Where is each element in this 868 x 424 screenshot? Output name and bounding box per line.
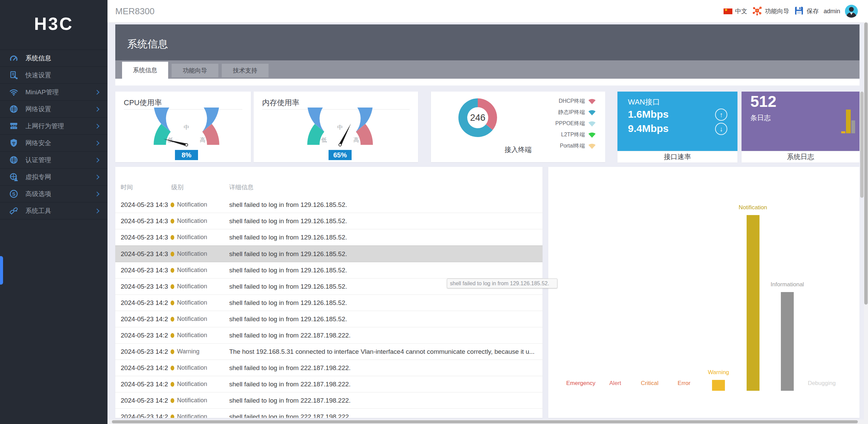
vertical-scrollbar-thumb[interactable]	[864, 22, 868, 305]
sidebar-item-label: 认证管理	[25, 152, 51, 168]
horizontal-scrollbar-thumb[interactable]	[112, 420, 858, 423]
log-level: Notification	[177, 197, 207, 213]
log-time: 2024-05-23 14:2	[121, 295, 170, 311]
system-log-card[interactable]: 512 条日志 系统日志	[742, 92, 860, 162]
log-level: Notification	[177, 360, 207, 376]
memory-usage-card: 内存使用率 低中高 65%	[254, 92, 418, 162]
dashboard-icon	[9, 54, 18, 63]
level-dot-icon	[171, 301, 174, 305]
level-dot-icon	[171, 398, 174, 403]
log-level: Notification	[177, 311, 207, 327]
sidebar-item-network-security[interactable]: 网络安全	[0, 135, 107, 152]
spark-bar	[846, 110, 851, 133]
inner-scrollbar-thumb[interactable]	[860, 92, 864, 198]
wan-caption: 接口速率	[617, 151, 737, 162]
level-dot-icon	[171, 203, 174, 207]
log-count-value: 512	[750, 92, 776, 111]
sidebar-item-auth[interactable]: 认证管理	[0, 152, 107, 169]
log-time: 2024-05-23 14:2	[121, 409, 170, 418]
log-level: Notification	[177, 278, 207, 294]
legend-item[interactable]: DHCP终端	[555, 96, 596, 107]
tab-wizard[interactable]: 功能向导	[172, 64, 218, 77]
sidebar-item-system-tools[interactable]: 系统工具	[0, 203, 107, 219]
sidebar-item-label: 上网行为管理	[25, 118, 64, 134]
log-table-row[interactable]: 2024-05-23 14:2Notificationshell failed …	[115, 376, 542, 392]
log-table-body: 2024-05-23 14:3Notificationshell failed …	[115, 197, 542, 418]
sidebar-item-label: 高级选项	[25, 186, 51, 202]
legend-item[interactable]: L2TP终端	[555, 129, 596, 140]
sidebar-item-vpn[interactable]: 虚拟专网	[0, 169, 107, 186]
topbar: MER8300 ★ 中文 功能向导	[107, 0, 868, 23]
wan-rate-panel: WAN接口 1.6Mbps 9.4Mbps ↑ ↓	[617, 92, 737, 151]
log-level: Notification	[177, 327, 207, 343]
log-message: shell failed to log in from 129.126.185.…	[229, 246, 538, 262]
wan-upload-rate: 1.6Mbps	[628, 109, 669, 120]
log-table-row[interactable]: 2024-05-23 14:3Notificationshell failed …	[115, 262, 542, 278]
chevron-right-icon	[95, 209, 99, 213]
bar-label-debugging: Debugging	[800, 380, 844, 387]
log-sparkline	[841, 110, 856, 133]
sidebar-item-behavior[interactable]: 上网行为管理	[0, 118, 107, 135]
log-caption: 系统日志	[742, 151, 860, 162]
log-table-row[interactable]: 2024-05-23 14:2Notificationshell failed …	[115, 327, 542, 344]
language-switcher[interactable]: ★ 中文	[724, 7, 747, 15]
log-time: 2024-05-23 14:3	[121, 262, 170, 278]
globe-icon	[9, 104, 18, 114]
bar-informational[interactable]	[781, 292, 794, 391]
svg-text:高: 高	[200, 137, 205, 143]
chevron-right-icon	[95, 107, 99, 112]
log-level: Notification	[177, 376, 207, 392]
legend-item[interactable]: 静态IP终端	[555, 107, 596, 118]
legend-item[interactable]: PPPOE终端	[555, 118, 596, 129]
legend-label: 静态IP终端	[558, 109, 585, 116]
tab-support[interactable]: 技术支持	[222, 64, 269, 77]
bar-notification[interactable]	[747, 215, 760, 391]
log-table-row[interactable]: 2024-05-23 14:2Notificationshell failed …	[115, 311, 542, 327]
vpn-icon	[9, 172, 18, 181]
sidebar-item-network-settings[interactable]: 网络设置	[0, 101, 107, 118]
column-header-level: 级别	[171, 183, 183, 191]
sidebar-item-miniap[interactable]: MiniAP管理	[0, 84, 107, 101]
log-table-row[interactable]: 2024-05-23 14:3Notificationshell failed …	[115, 246, 542, 262]
log-table-row[interactable]: 2024-05-23 14:2Notificationshell failed …	[115, 295, 542, 311]
sidebar-item-quick-setup[interactable]: 快速设置	[0, 67, 107, 84]
sidebar-item-system-info[interactable]: 系统信息	[0, 50, 107, 67]
log-table-row[interactable]: 2024-05-23 14:3Notificationshell failed …	[115, 213, 542, 229]
log-table-row[interactable]: 2024-05-23 14:2Notificationshell failed …	[115, 392, 542, 409]
language-label: 中文	[735, 7, 747, 15]
level-dot-icon	[171, 252, 174, 256]
level-dot-icon	[171, 366, 174, 370]
bar-warning[interactable]	[712, 380, 725, 391]
sidebar-item-label: 网络安全	[25, 135, 51, 151]
svg-text:高: 高	[353, 137, 359, 143]
log-table-row[interactable]: 2024-05-23 14:2WarningThe host 192.168.5…	[115, 344, 542, 360]
spark-bar	[841, 131, 845, 133]
log-level: Notification	[177, 295, 207, 311]
log-count-unit: 条日志	[750, 113, 771, 122]
log-table-row[interactable]: 2024-05-23 14:2Notificationshell failed …	[115, 360, 542, 376]
log-table-row[interactable]: 2024-05-23 14:3Notificationshell failed …	[115, 229, 542, 246]
chevron-right-icon	[95, 192, 99, 196]
svg-text:低: 低	[321, 137, 327, 143]
log-message: shell failed to log in from 222.187.198.…	[229, 360, 538, 376]
svg-text:246: 246	[470, 113, 485, 123]
wizard-button[interactable]: 功能向导	[752, 5, 789, 17]
chevron-right-icon	[95, 90, 99, 95]
bar-label-warning: Warning	[696, 369, 741, 376]
username[interactable]: admin	[824, 8, 840, 15]
device-title: MER8300	[115, 0, 155, 22]
log-time: 2024-05-23 14:2	[121, 392, 170, 408]
sidebar-item-advanced[interactable]: S高级选项	[0, 186, 107, 203]
log-table-row[interactable]: 2024-05-23 14:2Notificationshell failed …	[115, 409, 542, 418]
sidebar-item-label: 系统信息	[25, 50, 51, 66]
save-button[interactable]: 保存	[794, 6, 819, 17]
tab-system-info[interactable]: 系统信息	[122, 62, 168, 79]
level-dot-icon	[171, 415, 174, 418]
h3c-logo: H3C	[0, 14, 107, 34]
log-message: The host 192.168.5.31 connected to inter…	[229, 344, 538, 360]
log-table-row[interactable]: 2024-05-23 14:3Notificationshell failed …	[115, 197, 542, 213]
auth-icon	[9, 155, 18, 165]
avatar[interactable]	[845, 5, 858, 18]
drawer-handle[interactable]	[0, 256, 3, 285]
log-time: 2024-05-23 14:3	[121, 229, 170, 245]
